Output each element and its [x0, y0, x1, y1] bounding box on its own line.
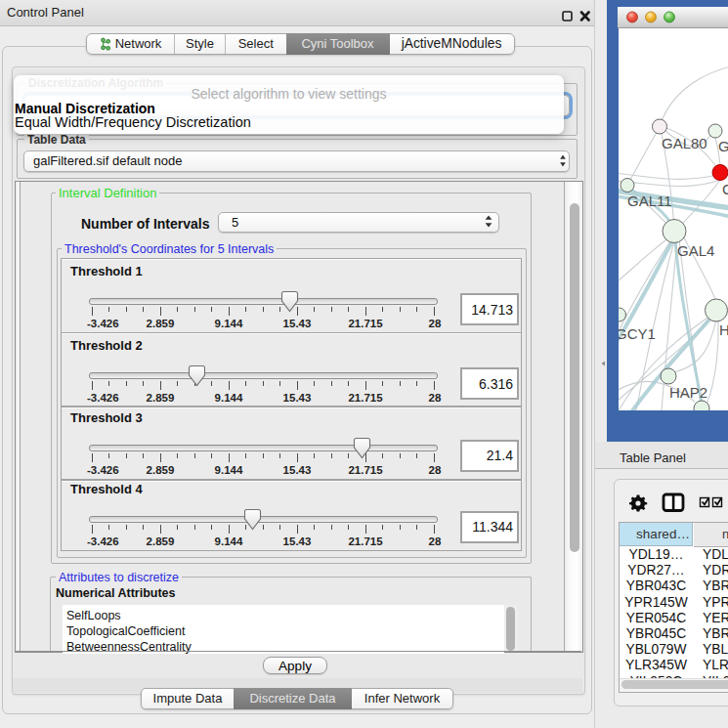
svg-text:HIS4: HIS4 — [719, 321, 728, 338]
svg-text:GAL4: GAL4 — [677, 242, 714, 259]
svg-text:GAL80: GAL80 — [662, 135, 707, 151]
svg-text:GAL11: GAL11 — [627, 193, 672, 209]
svg-text:HAP2: HAP2 — [669, 384, 707, 401]
svg-text:GAL1: GAL1 — [718, 138, 728, 154]
svg-text:GCY1: GCY1 — [619, 325, 656, 342]
svg-text:CDC19: CDC19 — [722, 181, 728, 197]
